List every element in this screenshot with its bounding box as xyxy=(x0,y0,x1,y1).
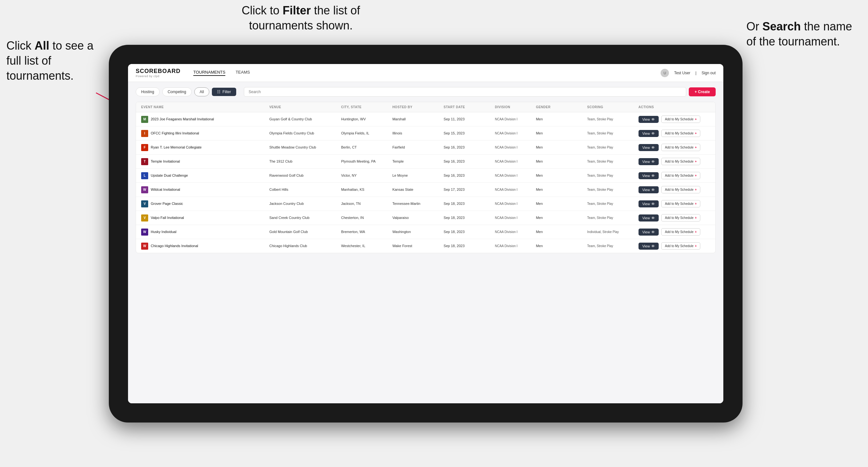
view-button[interactable]: View 👁 xyxy=(639,186,659,193)
gender-cell: Men xyxy=(536,159,587,164)
start-date-cell: Sep 18, 2023 xyxy=(443,244,495,248)
view-button[interactable]: View 👁 xyxy=(639,144,659,151)
gender-cell: Men xyxy=(536,173,587,178)
plus-icon: + xyxy=(695,202,697,206)
event-name-cell: V Grover Page Classic xyxy=(141,200,269,208)
view-button[interactable]: View 👁 xyxy=(639,172,659,179)
tablet-screen: SCOREBOARD Powered by clpd TOURNAMENTS T… xyxy=(128,64,723,403)
competing-tab[interactable]: Competing xyxy=(162,87,192,96)
view-button[interactable]: View 👁 xyxy=(639,228,659,236)
view-button[interactable]: View 👁 xyxy=(639,158,659,165)
team-logo: F xyxy=(141,144,148,151)
scoring-cell: Team, Stroke Play xyxy=(587,145,639,150)
event-name-text: Upstate Dual Challenge xyxy=(151,173,188,178)
event-name-text: Chicago Highlands Invitational xyxy=(151,244,198,248)
nav-tournaments[interactable]: TOURNAMENTS xyxy=(193,70,225,76)
division-cell: NCAA Division I xyxy=(495,244,536,248)
add-schedule-button[interactable]: Add to My Schedule + xyxy=(661,214,700,221)
division-cell: NCAA Division I xyxy=(495,174,536,178)
view-label: View xyxy=(642,230,650,234)
venue-cell: Jackson Country Club xyxy=(269,201,341,206)
all-tab[interactable]: All xyxy=(194,87,209,96)
event-name-cell: W Chicago Highlands Invitational xyxy=(141,243,269,250)
add-schedule-button[interactable]: Add to My Schedule + xyxy=(661,186,700,193)
hosted-by-cell: Washington xyxy=(393,229,443,234)
team-logo: L xyxy=(141,172,148,179)
team-logo: V xyxy=(141,214,148,221)
start-date-cell: Sep 11, 2023 xyxy=(443,117,495,122)
hosted-by-cell: Illinois xyxy=(393,131,443,136)
division-cell: NCAA Division I xyxy=(495,230,536,234)
city-cell: Bremerton, WA xyxy=(341,229,393,234)
actions-cell: View 👁 Add to My Schedule + xyxy=(639,186,710,193)
event-name-cell: T Temple Invitational xyxy=(141,158,269,165)
add-schedule-button[interactable]: Add to My Schedule + xyxy=(661,144,700,151)
add-schedule-button[interactable]: Add to My Schedule + xyxy=(661,200,700,208)
add-schedule-button[interactable]: Add to My Schedule + xyxy=(661,172,700,179)
table-row: F Ryan T. Lee Memorial Collegiate Shuttl… xyxy=(136,141,715,155)
add-schedule-button[interactable]: Add to My Schedule + xyxy=(661,130,700,137)
hosting-tab[interactable]: Hosting xyxy=(136,87,160,96)
division-cell: NCAA Division I xyxy=(495,201,536,206)
city-cell: Westchester, IL xyxy=(341,244,393,248)
scoring-cell: Team, Stroke Play xyxy=(587,244,639,248)
team-logo: W xyxy=(141,243,148,250)
hosted-by-cell: Marshall xyxy=(393,117,443,122)
event-name-text: Valpo Fall Invitational xyxy=(151,215,184,220)
col-division: DIVISION xyxy=(495,105,536,109)
view-button[interactable]: View 👁 xyxy=(639,243,659,250)
venue-cell: Gold Mountain Golf Club xyxy=(269,229,341,234)
event-name-cell: W Wildcat Invitational xyxy=(141,186,269,193)
team-logo: W xyxy=(141,186,148,193)
add-schedule-button[interactable]: Add to My Schedule + xyxy=(661,228,700,236)
venue-cell: Ravenwood Golf Club xyxy=(269,173,341,178)
scoring-cell: Individual, Stroke Play xyxy=(587,230,639,234)
city-cell: Chesterton, IN xyxy=(341,215,393,220)
create-button[interactable]: + Create xyxy=(689,87,716,96)
event-name-text: Ryan T. Lee Memorial Collegiate xyxy=(151,145,202,150)
add-schedule-button[interactable]: Add to My Schedule + xyxy=(661,158,700,165)
venue-cell: Guyan Golf & Country Club xyxy=(269,117,341,122)
view-button[interactable]: View 👁 xyxy=(639,200,659,208)
add-schedule-button[interactable]: Add to My Schedule + xyxy=(661,242,700,250)
table-row: V Valpo Fall Invitational Sand Creek Cou… xyxy=(136,211,715,225)
team-logo: I xyxy=(141,130,148,137)
col-scoring: SCORING xyxy=(587,105,639,109)
table-row: W Chicago Highlands Invitational Chicago… xyxy=(136,239,715,253)
user-avatar: U xyxy=(660,69,669,77)
actions-cell: View 👁 Add to My Schedule + xyxy=(639,228,710,236)
search-wrap xyxy=(244,87,686,97)
table-row: M 2023 Joe Feaganes Marshall Invitationa… xyxy=(136,112,715,126)
table-row: L Upstate Dual Challenge Ravenwood Golf … xyxy=(136,169,715,183)
view-label: View xyxy=(642,244,650,248)
view-label: View xyxy=(642,202,650,206)
plus-icon: + xyxy=(695,174,697,177)
scoring-cell: Team, Stroke Play xyxy=(587,159,639,163)
hosted-by-cell: Fairfield xyxy=(393,145,443,150)
venue-cell: Shuttle Meadow Country Club xyxy=(269,145,341,150)
start-date-cell: Sep 18, 2023 xyxy=(443,229,495,234)
add-schedule-button[interactable]: Add to My Schedule + xyxy=(661,116,700,123)
gender-cell: Men xyxy=(536,131,587,136)
nav-teams[interactable]: TEAMS xyxy=(236,70,250,76)
view-button[interactable]: View 👁 xyxy=(639,130,659,137)
table-row: W Husky Individual Gold Mountain Golf Cl… xyxy=(136,225,715,239)
sign-out-link[interactable]: Sign out xyxy=(702,71,716,75)
division-cell: NCAA Division I xyxy=(495,117,536,121)
search-input[interactable] xyxy=(244,87,686,97)
plus-icon: + xyxy=(695,160,697,163)
event-name-text: 2023 Joe Feaganes Marshall Invitational xyxy=(151,117,214,122)
view-button[interactable]: View 👁 xyxy=(639,214,659,221)
logo-area: SCOREBOARD Powered by clpd xyxy=(136,68,181,78)
col-venue: VENUE xyxy=(269,105,341,109)
header-right: U Test User | Sign out xyxy=(660,69,716,77)
col-gender: GENDER xyxy=(536,105,587,109)
event-name-cell: I OFCC Fighting Illini Invitational xyxy=(141,130,269,137)
actions-cell: View 👁 Add to My Schedule + xyxy=(639,130,710,137)
filter-button[interactable]: ☷ Filter xyxy=(212,88,236,96)
view-button[interactable]: View 👁 xyxy=(639,116,659,123)
eye-icon: 👁 xyxy=(651,160,655,163)
scoring-cell: Team, Stroke Play xyxy=(587,201,639,206)
hosted-by-cell: Temple xyxy=(393,159,443,164)
actions-cell: View 👁 Add to My Schedule + xyxy=(639,116,710,123)
